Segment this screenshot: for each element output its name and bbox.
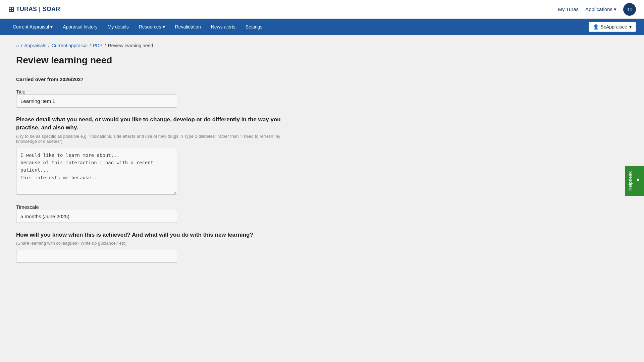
nav-revalidation[interactable]: Revalidation (170, 19, 206, 35)
user-dropdown[interactable]: 👤 ScAppraisee ▾ (589, 22, 636, 32)
breadcrumb-pdp[interactable]: PDP (93, 43, 103, 48)
breadcrumb-current: Review learning need (108, 43, 153, 48)
how-input[interactable] (16, 250, 177, 263)
nav-appraisal-history[interactable]: Appraisal history (58, 19, 102, 35)
nav-news-alerts-label: News alerts (211, 24, 235, 29)
chevron-down-icon: ▾ (163, 24, 165, 29)
breadcrumb-current-appraisal[interactable]: Current appraisal (52, 43, 88, 48)
top-navigation: ⊞ TURAS | SOAR My Turas Applications ▾ T… (0, 0, 644, 19)
breadcrumb-sep-3: / (90, 43, 91, 48)
nav-links: Current Appraisal ▾ Appraisal history My… (8, 19, 267, 35)
helpdesk-label: Helpdesk (628, 171, 633, 191)
user-avatar[interactable]: TT (623, 3, 636, 16)
how-question-hint: (Share learning with colleagues? Write u… (16, 241, 318, 246)
breadcrumb-appraisals[interactable]: Appraisals (24, 43, 46, 48)
app-name: SOAR (43, 6, 60, 13)
blue-navigation: Current Appraisal ▾ Appraisal history My… (0, 19, 644, 35)
helpdesk-icon: ● (635, 177, 641, 183)
nav-news-alerts[interactable]: News alerts (206, 19, 240, 35)
breadcrumb-sep-1: / (21, 43, 22, 48)
applications-button[interactable]: Applications ▾ (585, 6, 616, 12)
detail-question-heading: Please detail what you need, or would yo… (16, 116, 284, 132)
breadcrumb-sep-2: / (48, 43, 50, 48)
applications-label: Applications (585, 6, 612, 12)
helpdesk-tab[interactable]: Helpdesk ● (625, 166, 644, 196)
title-field-label: Title (16, 89, 25, 95)
nav-settings[interactable]: Settings (241, 19, 267, 35)
user-icon: 👤 (593, 24, 599, 29)
detail-question-section: Please detail what you need, or would yo… (16, 116, 318, 195)
nav-appraisal-history-label: Appraisal history (63, 24, 98, 29)
logo-symbol: ⊞ (8, 5, 14, 14)
nav-my-details[interactable]: My details (103, 19, 133, 35)
breadcrumb-home[interactable]: ⌂ (16, 43, 19, 48)
how-question-heading: How will you know when this is achieved?… (16, 231, 284, 239)
nav-my-details-label: My details (108, 24, 129, 29)
app-logo: ⊞ TURAS | SOAR (8, 5, 60, 14)
chevron-down-icon: ▾ (614, 6, 616, 12)
detail-textarea[interactable]: I would like to learn more about... beca… (16, 148, 177, 195)
chevron-down-icon: ▾ (629, 24, 632, 29)
user-dropdown-label: ScAppraisee (601, 24, 627, 29)
how-question-section: How will you know when this is achieved?… (16, 231, 318, 263)
nav-settings-label: Settings (246, 24, 263, 29)
nav-resources[interactable]: Resources ▾ (134, 19, 170, 35)
logo-text: TURAS (16, 6, 37, 13)
my-turas-link[interactable]: My Turas (558, 6, 579, 12)
chevron-down-icon: ▾ (50, 24, 53, 29)
carried-over-label: Carried over from 2026/2027 (16, 76, 318, 82)
breadcrumb: ⌂ / Appraisals / Current appraisal / PDP… (16, 43, 628, 48)
nav-current-appraisal-label: Current Appraisal (13, 24, 49, 29)
timescale-label: Timescale (16, 204, 39, 210)
timescale-input[interactable] (16, 210, 177, 223)
home-icon: ⌂ (16, 43, 19, 48)
avatar-initials: TT (627, 7, 632, 12)
breadcrumb-sep-4: / (105, 43, 106, 48)
nav-current-appraisal[interactable]: Current Appraisal ▾ (8, 19, 57, 35)
form-section: Carried over from 2026/2027 Title Please… (16, 76, 318, 263)
detail-question-hint: (Try to be as specific as possible e.g. … (16, 134, 284, 144)
main-content: ⌂ / Appraisals / Current appraisal / PDP… (0, 35, 644, 362)
nav-revalidation-label: Revalidation (175, 24, 201, 29)
top-nav-right: My Turas Applications ▾ TT (558, 3, 636, 16)
title-input[interactable] (16, 95, 177, 108)
page-title: Review learning need (16, 55, 628, 66)
logo-area: ⊞ TURAS | SOAR (8, 5, 60, 14)
nav-resources-label: Resources (139, 24, 161, 29)
logo-separator: | (39, 6, 41, 13)
